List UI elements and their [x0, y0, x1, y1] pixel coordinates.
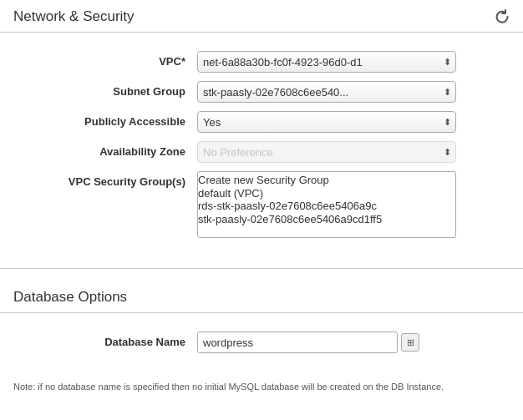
- vpc-select-wrapper: net-6a88a30b-fc0f-4923-96d0-d1: [197, 51, 456, 73]
- grid-icon: ⊞: [407, 337, 414, 348]
- publicly-accessible-select-wrapper: Yes No: [197, 111, 456, 133]
- database-options-section: Database Name ⊞: [0, 323, 523, 375]
- database-name-icon-button[interactable]: ⊞: [401, 333, 419, 352]
- vpc-select[interactable]: net-6a88a30b-fc0f-4923-96d0-d1: [197, 51, 456, 73]
- availability-zone-select-wrapper: No Preference: [197, 141, 456, 163]
- vpc-control-wrap: net-6a88a30b-fc0f-4923-96d0-d1: [197, 51, 501, 73]
- network-security-header: Network & Security: [0, 0, 523, 33]
- availability-zone-row: Availability Zone No Preference: [13, 141, 510, 163]
- listbox-item-rds[interactable]: rds-stk-paasly-02e7608c6ee5406a9c: [198, 200, 455, 213]
- listbox-item-create[interactable]: Create new Security Group: [198, 174, 455, 187]
- subnet-group-control-wrap: stk-paasly-02e7608c6ee540...: [197, 81, 501, 103]
- listbox-item-stk[interactable]: stk-paasly-02e7608c6ee5406a9cd1ff5: [198, 213, 455, 226]
- vpc-security-groups-row: VPC Security Group(s) Create new Securit…: [13, 171, 510, 238]
- publicly-accessible-select[interactable]: Yes No: [197, 111, 456, 133]
- section-divider: [0, 268, 523, 269]
- database-name-row: Database Name ⊞: [13, 331, 510, 353]
- subnet-group-row: Subnet Group stk-paasly-02e7608c6ee540..…: [13, 81, 510, 103]
- availability-zone-select[interactable]: No Preference: [197, 141, 456, 163]
- publicly-accessible-label: Publicly Accessible: [22, 111, 197, 128]
- subnet-group-select[interactable]: stk-paasly-02e7608c6ee540...: [197, 81, 456, 103]
- database-options-title: Database Options: [13, 289, 127, 305]
- vpc-security-groups-label: VPC Security Group(s): [22, 171, 197, 188]
- vpc-security-groups-listbox[interactable]: Create new Security Group default (VPC) …: [197, 171, 456, 238]
- vpc-security-groups-control-wrap: Create new Security Group default (VPC) …: [197, 171, 501, 238]
- refresh-icon[interactable]: [495, 9, 510, 24]
- availability-zone-label: Availability Zone: [22, 141, 197, 158]
- subnet-group-label: Subnet Group: [22, 81, 197, 98]
- vpc-row: VPC* net-6a88a30b-fc0f-4923-96d0-d1: [13, 51, 510, 73]
- network-security-section: VPC* net-6a88a30b-fc0f-4923-96d0-d1 Subn…: [0, 43, 523, 260]
- database-name-input[interactable]: [197, 331, 398, 353]
- database-name-label: Database Name: [22, 331, 197, 348]
- database-name-control-wrap: ⊞: [197, 331, 501, 353]
- publicly-accessible-control-wrap: Yes No: [197, 111, 501, 133]
- database-note: Note: if no database name is specified t…: [0, 375, 523, 402]
- database-name-input-group: ⊞: [197, 331, 501, 353]
- subnet-group-select-wrapper: stk-paasly-02e7608c6ee540...: [197, 81, 456, 103]
- availability-zone-control-wrap: No Preference: [197, 141, 501, 163]
- network-security-title: Network & Security: [13, 8, 135, 25]
- vpc-label: VPC*: [22, 51, 197, 68]
- publicly-accessible-row: Publicly Accessible Yes No: [13, 111, 510, 133]
- database-options-header: Database Options: [0, 281, 523, 313]
- listbox-item-default[interactable]: default (VPC): [198, 187, 455, 200]
